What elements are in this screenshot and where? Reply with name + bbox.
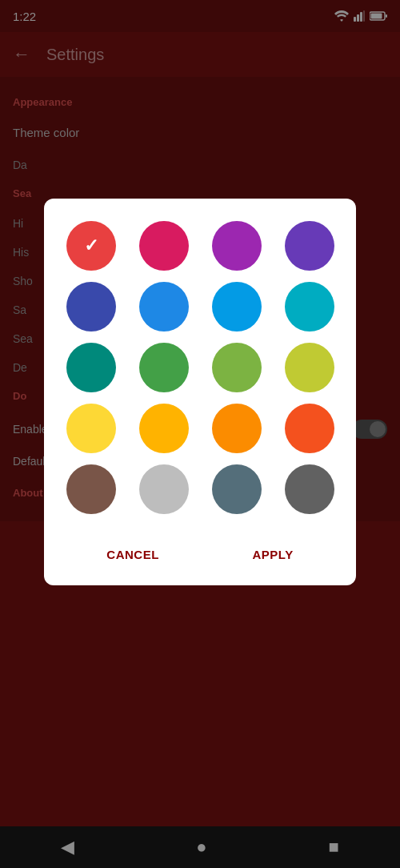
color-picker-dialog: CANCEL APPLY: [44, 199, 356, 585]
color-circle-green-mid[interactable]: [139, 343, 189, 392]
color-circle-purple-mid[interactable]: [212, 221, 262, 271]
cancel-button[interactable]: CANCEL: [82, 540, 183, 569]
apply-button[interactable]: APPLY: [229, 540, 318, 569]
color-circle-lime[interactable]: [285, 343, 334, 392]
color-circle-teal[interactable]: [285, 282, 334, 332]
color-circle-light-blue[interactable]: [212, 282, 262, 332]
color-circle-blue-gray[interactable]: [212, 464, 262, 514]
color-circle-green-light[interactable]: [212, 343, 262, 392]
color-circle-red[interactable]: [66, 221, 116, 271]
color-circle-blue[interactable]: [139, 282, 189, 332]
color-circle-orange[interactable]: [212, 404, 262, 453]
color-circle-deep-orange[interactable]: [285, 404, 334, 453]
dialog-buttons: CANCEL APPLY: [60, 536, 340, 569]
color-circle-yellow[interactable]: [66, 404, 116, 453]
color-circle-green-dark[interactable]: [66, 343, 116, 392]
color-circle-amber[interactable]: [139, 404, 189, 453]
color-circle-purple-dark[interactable]: [285, 221, 334, 271]
color-grid: [60, 221, 340, 514]
color-circle-brown[interactable]: [66, 464, 116, 514]
color-circle-dark-gray[interactable]: [285, 464, 334, 514]
color-circle-gray[interactable]: [139, 464, 189, 514]
color-circle-indigo[interactable]: [66, 282, 116, 332]
color-circle-crimson[interactable]: [139, 221, 189, 271]
